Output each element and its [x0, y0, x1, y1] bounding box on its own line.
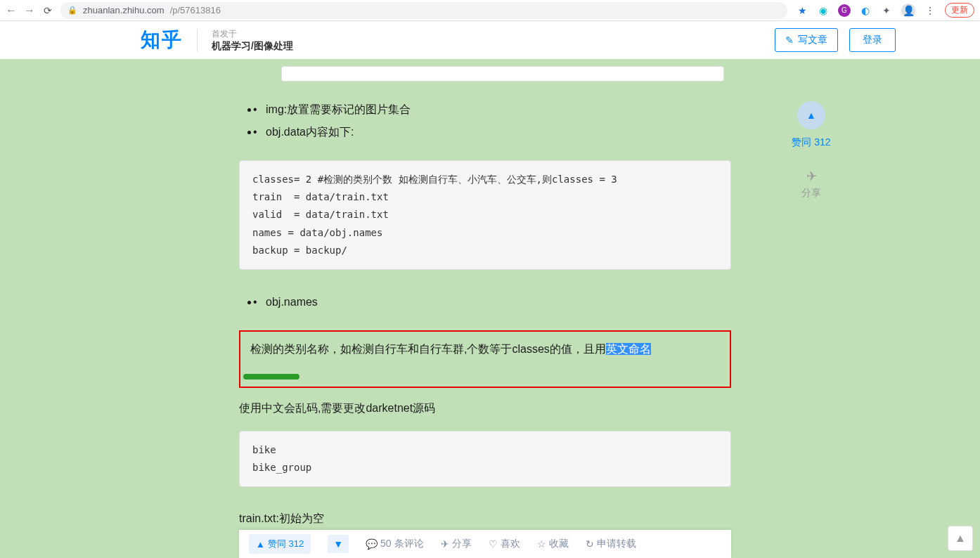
zhihu-logo[interactable]: 知乎 — [141, 27, 183, 53]
bullet-objdata: obj.data内容如下: — [259, 121, 731, 143]
lock-icon: 🔒 — [67, 6, 77, 15]
extension-icon-1[interactable]: ◉ — [817, 4, 830, 17]
upvote-count-label[interactable]: 赞同 312 — [783, 136, 839, 149]
share-icon: ✈ — [441, 538, 449, 550]
collect-button[interactable]: ☆收藏 — [537, 538, 569, 550]
publish-column-link[interactable]: 机器学习/图像处理 — [212, 40, 293, 53]
article-action-bar: ▲ 赞同 312 ▼ 💬50 条评论 ✈分享 ♡喜欢 ☆收藏 ↻申请转载 — [239, 530, 731, 558]
bullet-img: img:放置需要标记的图片集合 — [259, 98, 731, 121]
extensions-puzzle-icon[interactable]: ✦ — [880, 4, 893, 17]
comment-icon: 💬 — [366, 538, 378, 550]
extension-icon-3[interactable]: ◐ — [859, 4, 872, 17]
nav-back-button[interactable]: ← — [6, 4, 17, 17]
share-label[interactable]: 分享 — [783, 187, 839, 200]
like-button[interactable]: ♡喜欢 — [489, 538, 520, 550]
header-divider — [197, 29, 198, 51]
selected-text: 英文命名 — [606, 343, 651, 355]
extension-icon-2[interactable]: G — [838, 4, 851, 17]
pencil-icon: ✎ — [785, 34, 794, 46]
publish-prefix-label: 首发于 — [212, 28, 293, 40]
reload-button[interactable]: ⟳ — [44, 5, 52, 16]
write-article-label: 写文章 — [798, 34, 827, 46]
heart-icon: ♡ — [489, 538, 498, 550]
share-paper-plane-icon[interactable]: ✈ — [783, 169, 839, 184]
highlighted-note-box: 检测的类别名称，如检测自行车和自行车群,个数等于classes的值，且用英文命名 — [239, 330, 731, 388]
star-icon: ☆ — [537, 538, 546, 550]
code-block-partial — [281, 66, 724, 82]
downvote-button[interactable]: ▼ — [328, 535, 349, 553]
write-article-button[interactable]: ✎ 写文章 — [775, 28, 838, 52]
back-to-top-button[interactable]: ▲ — [948, 526, 973, 551]
code-block-objdata: classes= 2 #检测的类别个数 如检测自行车、小汽车、公交车,则clas… — [239, 160, 731, 270]
url-path: /p/57613816 — [170, 5, 221, 15]
republish-button[interactable]: ↻申请转载 — [586, 538, 636, 550]
para-garbled-note: 使用中文会乱码,需要更改darketnet源码 — [239, 398, 731, 419]
nav-forward-button[interactable]: → — [24, 4, 35, 17]
comments-button[interactable]: 💬50 条评论 — [366, 538, 423, 550]
site-header: 知乎 首发于 机器学习/图像处理 ✎ 写文章 登录 — [0, 21, 980, 59]
bullet-objnames: obj.names — [259, 291, 731, 313]
login-button[interactable]: 登录 — [849, 28, 896, 52]
share-button[interactable]: ✈分享 — [441, 538, 472, 550]
browser-update-button[interactable]: 更新 — [945, 3, 974, 18]
url-bar[interactable]: 🔒 zhuanlan.zhihu.com/p/57613816 — [60, 2, 787, 19]
green-underline-decoration — [243, 374, 299, 379]
url-host: zhuanlan.zhihu.com — [83, 5, 165, 15]
upvote-circle-button[interactable]: ▲ — [797, 101, 825, 129]
para-train-txt: train.txt:初始为空 — [239, 508, 731, 529]
upvote-button[interactable]: ▲ 赞同 312 — [249, 534, 311, 554]
profile-avatar-icon[interactable]: 👤 — [901, 4, 915, 18]
browser-toolbar: ← → ⟳ 🔒 zhuanlan.zhihu.com/p/57613816 ★ … — [0, 0, 980, 21]
note-text-prefix: 检测的类别名称，如检测自行车和自行车群,个数等于classes的值，且用 — [250, 343, 606, 355]
code-block-objnames: bike bike_group — [239, 431, 731, 487]
browser-menu-icon[interactable]: ⋮ — [924, 4, 936, 17]
floating-action-sidebar: ▲ 赞同 312 ✈ 分享 — [783, 101, 839, 200]
bookmark-star-icon[interactable]: ★ — [796, 4, 808, 17]
republish-icon: ↻ — [586, 538, 594, 550]
article-content: img:放置需要标记的图片集合 obj.data内容如下: classes= 2… — [239, 59, 731, 558]
